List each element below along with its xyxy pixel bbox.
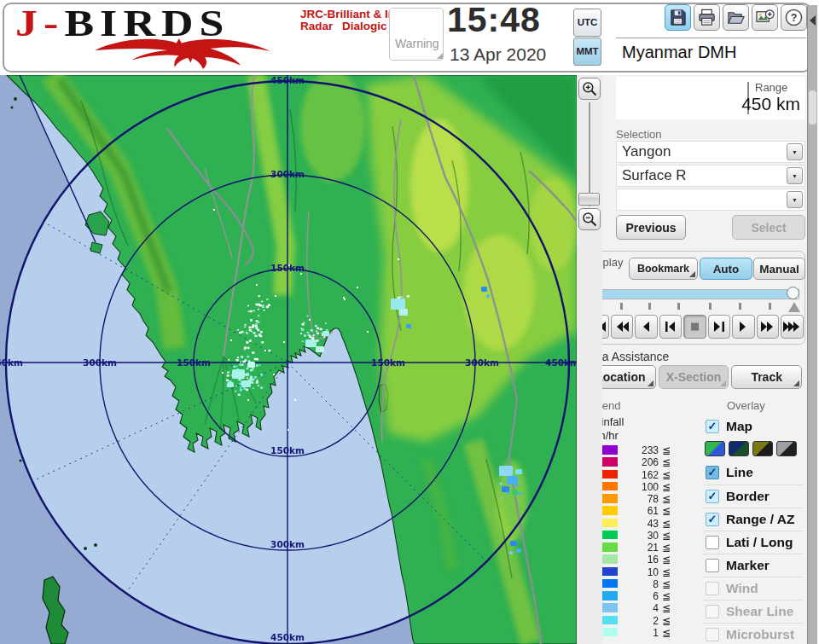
product-select[interactable]: Surface R ▼ [616,165,805,187]
svg-text:300km: 300km [465,357,499,368]
overlay-label: Overlay [727,399,765,412]
svg-text:300km: 300km [270,539,305,549]
overlay-item-label: Line [726,465,753,480]
chevron-down-icon[interactable]: ▼ [787,167,803,184]
legend-lte-symbol: ≦ [662,518,671,530]
range-box: Range 450 km [616,77,805,119]
play-forward-icon [735,321,752,333]
play-backward-button[interactable] [635,315,658,339]
skip-to-end-button[interactable] [708,315,731,339]
skip-to-start-button[interactable] [659,315,682,339]
legend-lte-symbol: ≦ [662,481,671,493]
legend-lte-symbol: ≦ [662,578,671,590]
forward-2-button[interactable] [757,315,780,339]
overlay-row-line[interactable]: ✓Line [703,461,804,484]
legend-lte-symbol: ≦ [662,627,671,639]
print-button[interactable] [694,4,720,31]
fast-forward-3-button[interactable] [781,315,804,339]
legend-lte-symbol: ≦ [662,615,671,627]
help-button[interactable]: ? [781,4,807,31]
legend-lte-symbol: ≦ [662,602,671,614]
site-select-value: Yangon [622,143,671,160]
auto-mode-button[interactable]: Auto [700,258,752,280]
empty-select[interactable]: ▼ [616,189,805,211]
open-folder-button[interactable] [723,4,749,31]
checkbox[interactable]: ✓ [706,420,719,433]
map-style-swatch-4[interactable] [776,441,797,456]
replay-slider-fill [590,290,793,299]
checkbox[interactable] [706,582,719,595]
collapse-arrow-icon[interactable] [810,15,816,26]
checkbox[interactable]: ✓ [706,490,719,503]
manual-mode-button[interactable]: Manual [753,258,805,280]
overlay-item-label: Wind [726,581,758,596]
play-forward-button[interactable] [732,315,755,339]
track-button[interactable]: Track [731,365,802,389]
play-backward-icon [637,321,655,333]
rewind-2-button[interactable] [611,315,634,339]
checkbox[interactable] [706,628,719,641]
overlay-item-label: Map [726,419,752,434]
map-style-swatch-2[interactable] [729,441,749,456]
checkbox[interactable] [706,559,719,572]
legend-value: 6 [619,590,659,602]
checkbox[interactable] [706,536,719,549]
station-separator [616,38,806,38]
overlay-row-marker[interactable]: Marker [703,554,804,577]
radar-map[interactable]: 150km150km150km150km300km300km300km300km… [0,75,577,644]
zoom-in-button[interactable] [578,78,601,100]
legend-value: 100 [619,481,659,493]
zoom-out-button[interactable] [578,208,601,230]
strip-scroll-thumb[interactable] [809,90,816,125]
x-section-button[interactable]: X-Section [659,365,729,389]
site-select[interactable]: Yangon ▼ [616,141,805,163]
replay-slider-track[interactable] [590,289,799,299]
zoom-slider-track[interactable] [589,102,590,206]
toolbar: ? [665,4,807,31]
save-button[interactable] [665,4,691,31]
overlay-row-wind[interactable]: Wind [703,577,804,600]
checkbox[interactable] [706,605,719,618]
checkbox[interactable]: ✓ [706,513,719,526]
legend-value: 43 [619,518,659,530]
select-button[interactable]: Select [732,215,805,240]
replay-slider-handle[interactable] [787,287,799,299]
export-image-icon [755,8,775,27]
bookmark-button[interactable]: Bookmark [629,258,698,280]
control-panel: Range 450 km Selection Yangon ▼ Surface … [577,75,807,644]
chevron-down-icon[interactable]: ▼ [787,191,803,208]
save-icon [668,8,688,27]
chevron-down-icon[interactable]: ▼ [787,143,803,160]
warning-button[interactable]: Warning [389,8,444,61]
replay-tick [739,303,741,310]
svg-text:300km: 300km [83,357,117,368]
overlay-row-lati-long[interactable]: Lati / Long [703,531,804,554]
overlay-row-border[interactable]: ✓Border [703,484,804,508]
help-icon: ? [784,8,804,27]
corner-grip [793,380,799,386]
overlay-row-shear-line[interactable]: Shear Line [703,600,804,623]
map-style-swatch-1[interactable] [705,441,725,456]
map-style-swatch-3[interactable] [752,441,773,456]
previous-button[interactable]: Previous [616,215,686,240]
legend-value: 10 [619,566,659,578]
overlay-row-map[interactable]: ✓Map [703,415,804,438]
utc-button[interactable]: UTC [573,9,601,37]
product-select-value: Surface R [622,167,687,184]
legend-value: 30 [619,530,659,542]
mmt-button[interactable]: MMT [573,38,601,66]
map-zoom-control [577,75,602,644]
overlay-row-microburst[interactable]: Microburst [703,623,804,644]
zoom-slider-thumb[interactable] [578,193,600,206]
stop-button[interactable] [683,315,706,339]
checkbox[interactable]: ✓ [706,466,719,479]
legend-lte-symbol: ≦ [662,444,671,456]
range-value: 450 km [741,94,800,114]
panel-collapse-strip[interactable] [807,5,817,644]
legend-lte-symbol: ≦ [662,530,671,542]
clock-time: 15:48 [447,0,541,40]
range-label: Range [755,81,787,94]
overlay-row-range-az[interactable]: ✓Range / AZ [703,508,804,531]
replay-end-marker[interactable] [788,302,800,312]
export-image-button[interactable] [752,4,778,31]
